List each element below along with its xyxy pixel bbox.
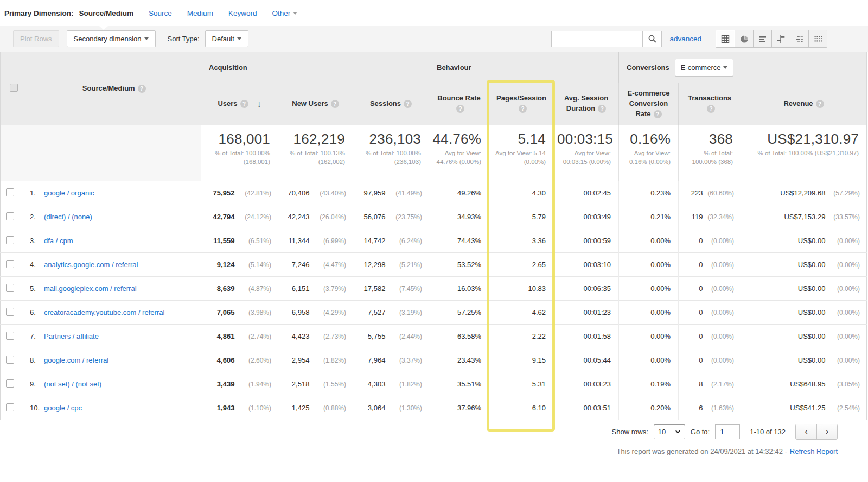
dimension-tab-keyword[interactable]: Keyword (228, 9, 257, 17)
avg-session-duration-cell: 00:01:58 (554, 325, 619, 348)
users-cell: 75,952 (42.81%) (201, 181, 278, 205)
pages-session-cell: 2.22 (489, 325, 554, 348)
search-input[interactable] (551, 31, 642, 47)
help-icon[interactable]: ? (240, 100, 248, 108)
dimension-tab-source[interactable]: Source (149, 9, 172, 17)
pivot-view-button[interactable] (808, 30, 827, 47)
help-icon[interactable]: ? (816, 100, 824, 108)
revenue-cell: US$0.00 (0.00%) (741, 325, 867, 348)
row-checkbox[interactable] (6, 260, 14, 268)
transactions-cell: 0 (0.00%) (679, 325, 741, 348)
row-index: 5. (30, 284, 44, 293)
table-row: 3. dfa / cpm 11,559 (6.51%) 11,344 (6.99… (1, 229, 867, 253)
search-button[interactable] (642, 31, 662, 47)
refresh-report-link[interactable]: Refresh Report (790, 447, 838, 455)
help-icon[interactable]: ? (456, 105, 464, 113)
next-page-button[interactable]: › (816, 424, 837, 439)
row-index: 1. (30, 189, 44, 197)
table-view-button[interactable] (716, 30, 735, 47)
users-cell: 3,439 (1.94%) (201, 372, 278, 396)
row-checkbox[interactable] (6, 332, 14, 340)
new-users-cell: 4,423 (2.73%) (278, 325, 353, 348)
bounce-rate-cell: 53.52% (429, 253, 489, 277)
new-users-cell: 70,406 (43.40%) (278, 181, 353, 205)
selected-tab-notch (99, 26, 108, 30)
sort-descending-icon[interactable]: ↓ (257, 99, 261, 109)
percentage-view-button[interactable] (735, 30, 753, 47)
revenue-cell: US$7,153.29 (33.57%) (741, 205, 867, 229)
avg-session-duration-cell: 00:03:10 (554, 253, 619, 277)
source-medium-link[interactable]: dfa / cpm (44, 236, 73, 246)
source-medium-cell: 6. creatoracademy.youtube.com / referral (20, 301, 201, 325)
help-icon[interactable]: ? (598, 105, 606, 113)
column-header-transactions[interactable]: Transactions? (679, 83, 741, 125)
summary-row: 168,001% of Total: 100.00% (168,001) 162… (1, 125, 867, 181)
column-header-pages-session[interactable]: Pages/Session? (489, 83, 554, 125)
goto-page-input[interactable] (715, 424, 740, 439)
column-header-new-users[interactable]: New Users? (278, 83, 353, 125)
summary-pages-session: 5.14Avg for View: 5.14 (0.00%) (489, 125, 554, 181)
row-checkbox[interactable] (6, 379, 14, 388)
source-medium-link[interactable]: google / organic (44, 188, 94, 198)
row-checkbox[interactable] (6, 188, 14, 196)
row-index: 2. (30, 213, 44, 221)
pie-chart-icon (740, 35, 749, 43)
column-header-bounce-rate[interactable]: Bounce Rate? (429, 83, 489, 125)
help-icon[interactable]: ? (519, 105, 527, 113)
comparison-view-button[interactable] (771, 30, 790, 47)
ecommerce-conversion-rate-cell: 0.19% (619, 372, 679, 396)
revenue-cell: US$648.95 (3.05%) (741, 372, 867, 396)
new-users-cell: 11,344 (6.99%) (278, 229, 353, 253)
column-header-revenue[interactable]: Revenue? (741, 83, 867, 125)
term-cloud-view-button[interactable] (790, 30, 808, 47)
source-medium-link[interactable]: google / cpc (44, 403, 82, 413)
transactions-cell: 0 (0.00%) (679, 301, 741, 325)
row-checkbox-cell (1, 325, 20, 348)
performance-view-button[interactable] (753, 30, 771, 47)
revenue-cell: US$0.00 (0.00%) (741, 253, 867, 277)
source-medium-link[interactable]: mall.googleplex.com / referral (44, 284, 137, 294)
source-medium-link[interactable]: google.com / referral (44, 356, 108, 365)
source-medium-link[interactable]: creatoracademy.youtube.com / referral (44, 308, 164, 318)
row-checkbox[interactable] (6, 236, 14, 244)
summary-avg-session-duration: 00:03:15Avg for View: 00:03:15 (0.00%) (554, 125, 619, 181)
column-header-sessions[interactable]: Sessions? (353, 83, 429, 125)
sort-type-dropdown[interactable]: Default (205, 30, 248, 47)
dimension-tab-source-medium[interactable]: Source/Medium (79, 9, 134, 17)
select-all-checkbox[interactable] (10, 84, 18, 92)
source-medium-link[interactable]: Partners / affiliate (44, 332, 99, 341)
source-medium-link[interactable]: analytics.google.com / referral (44, 260, 138, 270)
users-cell: 1,943 (1.10%) (201, 396, 278, 420)
source-medium-cell: 1. google / organic (20, 181, 201, 205)
ecommerce-conversion-rate-cell: 0.00% (619, 253, 679, 277)
show-rows-select[interactable]: 10 (654, 424, 685, 439)
help-icon[interactable]: ? (331, 100, 339, 108)
row-checkbox[interactable] (6, 308, 14, 316)
dimension-tab-other[interactable]: Other (272, 9, 297, 17)
conversions-goal-dropdown[interactable]: E-commerce (675, 59, 734, 77)
users-cell: 9,124 (5.14%) (201, 253, 278, 277)
row-checkbox[interactable] (6, 356, 14, 364)
column-header-users[interactable]: Users?↓ (201, 83, 278, 125)
secondary-dimension-dropdown[interactable]: Secondary dimension (67, 30, 156, 47)
sessions-cell: 12,298 (5.21%) (353, 253, 429, 277)
help-icon[interactable]: ? (138, 85, 146, 93)
row-index: 6. (30, 308, 44, 316)
plot-rows-button[interactable]: Plot Rows (13, 30, 59, 47)
source-medium-link[interactable]: (direct) / (none) (44, 212, 92, 222)
dimension-tab-medium[interactable]: Medium (187, 9, 213, 17)
row-checkbox[interactable] (6, 212, 14, 220)
analytics-report-page: Primary Dimension: Source/Medium Source … (0, 0, 868, 482)
help-icon[interactable]: ? (654, 110, 662, 118)
previous-page-button[interactable]: ‹ (796, 424, 816, 439)
help-icon[interactable]: ? (404, 100, 412, 108)
column-header-ecommerce-conversion-rate[interactable]: E-commerce Conversion Rate? (619, 83, 679, 125)
column-header-avg-session-duration[interactable]: Avg. Session Duration? (554, 83, 619, 125)
row-checkbox[interactable] (6, 403, 14, 411)
row-index: 8. (30, 356, 44, 364)
sessions-cell: 56,076 (23.75%) (353, 205, 429, 229)
help-icon[interactable]: ? (707, 105, 715, 113)
advanced-search-link[interactable]: advanced (669, 35, 701, 43)
source-medium-link[interactable]: (not set) / (not set) (44, 379, 101, 389)
row-checkbox[interactable] (6, 284, 14, 292)
